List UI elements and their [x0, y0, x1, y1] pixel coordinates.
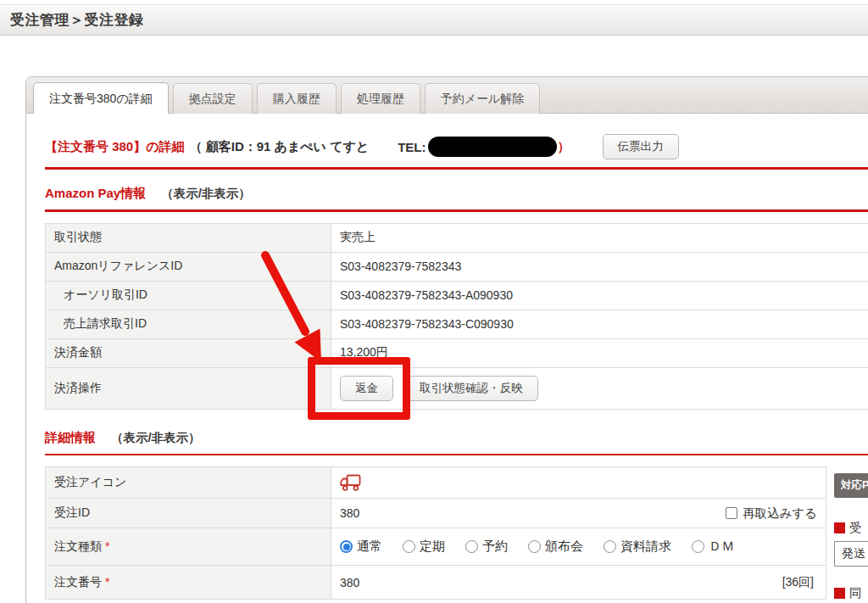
tel-redaction — [428, 137, 557, 157]
payment-operation-row: 決済操作 返金 取引状態確認・反映 — [46, 367, 868, 409]
radio-icon[interactable] — [465, 540, 478, 553]
detail-section-header: 詳細情報 （表示/非表示） — [45, 430, 868, 446]
radio-subscription[interactable]: 定期 — [403, 539, 445, 555]
order-number-label: 注文番号 — [54, 575, 102, 589]
row-label: 売上請求取引ID — [46, 310, 331, 338]
detail-table: 受注アイコン 受注ID 380 — [45, 466, 826, 600]
tab-purchase-history[interactable]: 購入履歴 — [257, 83, 337, 114]
main-panel: 注文番号380の詳細 拠点設定 購入履歴 処理履歴 予約メール解除 【注文番号 … — [25, 76, 868, 603]
table-row: 取引状態 実売上 — [46, 223, 868, 252]
row-label: オーソリ取引ID — [46, 281, 331, 310]
tab-process-history[interactable]: 処理履歴 — [341, 83, 420, 114]
amazon-pay-section-header: Amazon Pay情報 （表示/非表示） — [45, 186, 868, 202]
transaction-status-check-button[interactable]: 取引状態確認・反映 — [404, 376, 538, 401]
order-count-badge: [36回] — [782, 575, 817, 590]
divider-red-detail — [45, 454, 868, 456]
tab-content: 【注文番号 380】の詳細 （ 顧客ID：91 あまぺい てすと TEL: ） … — [26, 114, 868, 600]
row-value: 実売上 — [331, 223, 868, 252]
row-label: 注文種類* — [46, 528, 331, 566]
order-heading: 【注文番号 380】の詳細 （ 顧客ID：91 あまぺい てすと TEL: ） … — [45, 134, 868, 159]
divider-red-amazon — [45, 209, 868, 212]
close-paren: ） — [558, 139, 570, 155]
row-value: S03-4082379-7582343-C090930 — [331, 310, 868, 338]
divider-red-top — [45, 167, 868, 170]
row-label: 注文番号* — [46, 566, 331, 600]
radio-dm[interactable]: ＤＭ — [692, 539, 734, 555]
response-tab[interactable]: 対応P — [834, 473, 868, 498]
required-mark: * — [105, 575, 109, 589]
row-label: 決済操作 — [46, 367, 331, 409]
radio-reservation[interactable]: 予約 — [465, 539, 508, 555]
order-number-row: 注文番号* 380 [36回] — [46, 566, 826, 600]
row-value: 13,200円 — [331, 338, 868, 367]
amazon-pay-table: 取引状態 実売上 AmazonリファレンスID S03-4082379-7582… — [45, 223, 868, 410]
row-label: 取引状態 — [46, 223, 331, 252]
radio-normal[interactable]: 通常 — [340, 539, 382, 555]
table-row: 決済金額 13,200円 — [46, 338, 868, 367]
radio-icon[interactable] — [692, 540, 704, 553]
breadcrumb: 受注管理＞受注登録 — [10, 10, 144, 30]
breadcrumb-bar: 受注管理＞受注登録 — [0, 4, 868, 36]
tab-base-settings[interactable]: 拠点設定 — [173, 83, 253, 114]
reimport-checkbox[interactable] — [726, 507, 737, 519]
row-label: AmazonリファレンスID — [46, 252, 331, 281]
row-label: 受注アイコン — [46, 467, 331, 499]
radio-icon[interactable] — [528, 540, 541, 553]
side-legend-item-1: 受 — [834, 520, 868, 536]
row-label: 決済金額 — [46, 338, 331, 367]
order-id-value: 380 — [340, 506, 359, 520]
radio-selected-icon[interactable] — [340, 540, 353, 553]
order-number-value: 380 — [340, 576, 359, 589]
refund-button[interactable]: 返金 — [340, 376, 393, 401]
slip-output-button[interactable]: 伝票出力 — [603, 134, 679, 159]
table-row: 売上請求取引ID S03-4082379-7582343-C090930 — [46, 310, 868, 338]
order-number-title: 【注文番号 380】の詳細 — [45, 139, 185, 155]
reimport-checkbox-label: 再取込みする — [743, 505, 817, 522]
customer-info: （ 顧客ID：91 あまぺい てすと — [190, 139, 370, 155]
order-type-row: 注文種類* 通常 定期 予約 — [46, 528, 826, 566]
radio-icon[interactable] — [403, 540, 415, 553]
detail-title: 詳細情報 — [45, 430, 96, 446]
amazon-pay-toggle[interactable]: （表示/非表示） — [161, 186, 251, 202]
radio-document-request[interactable]: 資料請求 — [604, 539, 671, 555]
order-type-radio-group: 通常 定期 予約 頒布会 — [340, 539, 817, 555]
reimport-checkbox-wrap: 再取込みする — [726, 505, 817, 522]
side-panel: 対応P 受 発送 同 — [834, 468, 868, 601]
order-icon-row: 受注アイコン — [46, 467, 826, 499]
tel-label: TEL: — [398, 140, 426, 154]
shipping-truck-icon — [340, 474, 817, 492]
amazon-pay-title: Amazon Pay情報 — [45, 186, 146, 202]
tab-strip: 注文番号380の詳細 拠点設定 購入履歴 処理履歴 予約メール解除 — [26, 77, 868, 114]
red-square-icon — [834, 522, 845, 533]
tab-reservation-mail-cancel[interactable]: 予約メール解除 — [425, 83, 541, 114]
table-row: オーソリ取引ID S03-4082379-7582343-A090930 — [46, 281, 868, 310]
detail-toggle[interactable]: （表示/非表示） — [111, 430, 201, 446]
tab-order-detail[interactable]: 注文番号380の詳細 — [33, 82, 169, 114]
row-label: 受注ID — [46, 499, 331, 528]
order-id-row: 受注ID 380 再取込みする — [46, 499, 826, 528]
red-square-icon — [834, 588, 845, 599]
radio-distribution[interactable]: 頒布会 — [528, 539, 583, 555]
side-legend-item-2: 同 — [834, 585, 868, 601]
shipping-status-box[interactable]: 発送 — [834, 541, 868, 567]
table-row: AmazonリファレンスID S03-4082379-7582343 — [46, 252, 868, 281]
required-mark: * — [105, 539, 109, 553]
row-value: S03-4082379-7582343-A090930 — [331, 281, 868, 310]
order-type-label: 注文種類 — [54, 539, 102, 553]
radio-icon[interactable] — [604, 540, 616, 553]
row-value: S03-4082379-7582343 — [331, 252, 868, 281]
